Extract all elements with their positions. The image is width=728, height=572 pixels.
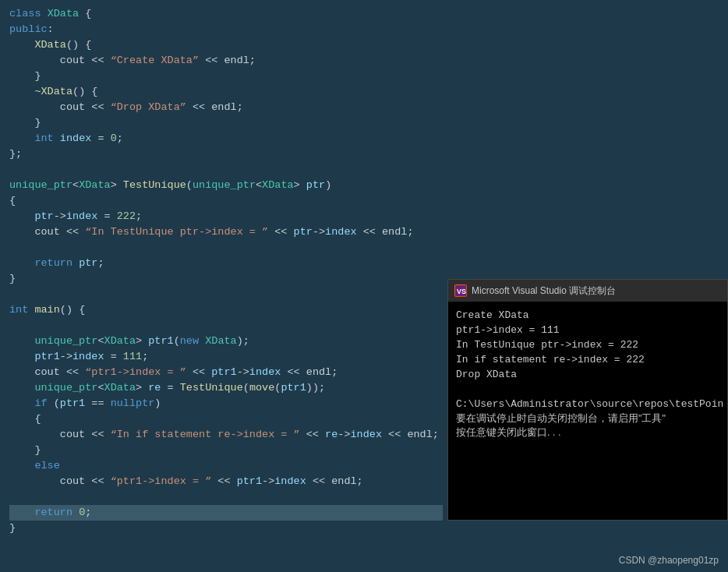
code-line: unique_ptr<XData> re = TestUnique(move(p… — [9, 380, 443, 396]
code-line: if (ptr1 == nullptr) — [9, 396, 443, 411]
code-line: unique_ptr<XData> TestUnique(unique_ptr<… — [9, 178, 443, 193]
watermark: CSDN @zhaopeng01zp — [619, 555, 719, 566]
code-line: { — [9, 193, 443, 209]
code-line: class XData { — [9, 6, 443, 22]
code-line: cout << “In TestUnique ptr->index = ” <<… — [9, 224, 443, 240]
code-line: } — [9, 521, 443, 536]
code-line: XData() { — [9, 37, 443, 53]
vs-icon: VS — [454, 284, 467, 297]
code-line: cout << “ptr1->index = ” << ptr1->index … — [9, 474, 443, 489]
code-line: } — [9, 271, 443, 287]
console-output-line: ptr1->index = 111 — [456, 323, 719, 337]
code-line: cout << “Drop XData” << endl; — [9, 100, 443, 115]
code-line — [9, 162, 443, 178]
code-line: { — [9, 411, 443, 427]
code-line — [9, 287, 443, 302]
code-line: cout << “ptr1->index = ” << ptr1->index … — [9, 365, 443, 380]
code-line: cout << “Create XData” << endl; — [9, 53, 443, 69]
code-line: else — [9, 458, 443, 474]
code-line: ~XData() { — [9, 84, 443, 100]
code-line: return ptr; — [9, 256, 443, 271]
console-output-line — [456, 382, 719, 397]
svg-text:VS: VS — [457, 288, 466, 295]
console-window: VS Microsoft Visual Studio 调试控制台 Create … — [447, 279, 728, 521]
code-line — [9, 318, 443, 334]
code-line: public: — [9, 22, 443, 37]
code-editor: class XData { public: XData() { cout << … — [0, 0, 452, 572]
console-output-line: In if statement re->index = 222 — [456, 352, 719, 367]
console-output-line: C:\Users\Administrator\source\repos\test… — [456, 397, 719, 411]
console-info-line: 要在调试停止时自动关闭控制台，请启用"工具" — [456, 411, 719, 425]
code-line: }; — [9, 147, 443, 162]
console-info-line: 按任意键关闭此窗口. . . — [456, 425, 719, 440]
console-body: Create XData ptr1->index = 111 In TestUn… — [448, 302, 727, 520]
code-line: ptr->index = 222; — [9, 209, 443, 224]
code-line: } — [9, 443, 443, 458]
code-line: unique_ptr<XData> ptr1(new XData); — [9, 334, 443, 349]
console-titlebar: VS Microsoft Visual Studio 调试控制台 — [448, 280, 727, 302]
console-title: Microsoft Visual Studio 调试控制台 — [472, 284, 616, 298]
code-line: ptr1->index = 111; — [9, 349, 443, 365]
code-line: int main() { — [9, 302, 443, 318]
code-line: } — [9, 69, 443, 84]
console-output-line: Drop XData — [456, 367, 719, 382]
console-output-line: Create XData — [456, 308, 719, 323]
code-line: cout << “In if statement re->index = ” <… — [9, 427, 443, 443]
console-output-line: In TestUnique ptr->index = 222 — [456, 337, 719, 352]
code-line-highlighted: return 0; — [9, 505, 443, 521]
code-line — [9, 240, 443, 256]
code-line — [9, 489, 443, 505]
code-line: } — [9, 115, 443, 131]
code-line: int index = 0; — [9, 131, 443, 147]
